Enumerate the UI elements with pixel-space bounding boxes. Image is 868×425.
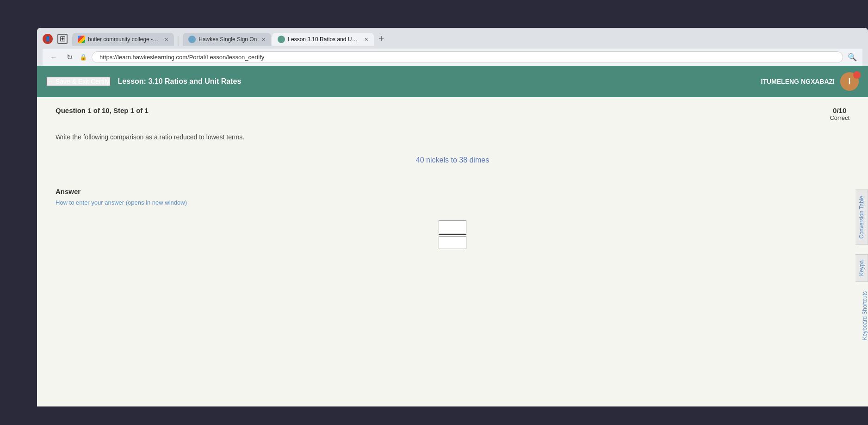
browser-tab-1[interactable]: butler community college - Searc ✕ bbox=[72, 33, 174, 46]
fraction-divider bbox=[439, 234, 466, 235]
save-exit-button[interactable]: ← Save & Exit Certify bbox=[46, 77, 111, 86]
lesson-title: Lesson: 3.10 Ratios and Unit Rates bbox=[118, 77, 242, 86]
answer-section: Answer How to enter your answer (opens i… bbox=[56, 188, 849, 206]
score-fraction: 0/10 bbox=[830, 106, 849, 114]
numerator-input[interactable] bbox=[439, 220, 466, 233]
answer-input-area bbox=[56, 220, 849, 249]
tab-close-2[interactable]: ✕ bbox=[261, 37, 266, 43]
answer-label: Answer bbox=[56, 188, 849, 195]
tab-favicon-1 bbox=[78, 36, 85, 43]
browser-tab-2[interactable]: Hawkes Single Sign On ✕ bbox=[183, 33, 271, 46]
tab-close-1[interactable]: ✕ bbox=[164, 37, 168, 43]
question-progress: Question 1 of 10, Step 1 of 1 bbox=[56, 106, 149, 114]
lesson-header: ← Save & Exit Certify Lesson: 3.10 Ratio… bbox=[37, 66, 868, 97]
user-name: ITUMELENG NGXABAZI bbox=[761, 78, 835, 85]
conversion-table-tab[interactable]: Conversion Table bbox=[856, 190, 868, 245]
tab-label-1: butler community college - Searc bbox=[88, 36, 160, 43]
main-content: Question 1 of 10, Step 1 of 1 0/10 Corre… bbox=[37, 97, 868, 406]
header-left: ← Save & Exit Certify Lesson: 3.10 Ratio… bbox=[46, 77, 241, 86]
fraction-input bbox=[439, 220, 466, 249]
address-bar-row: ← ↻ 🔒 https://learn.hawkeslearning.com/P… bbox=[43, 49, 862, 66]
answer-help-link[interactable]: How to enter your answer (opens in new w… bbox=[56, 199, 187, 206]
window-switch-icon[interactable]: ⊞ bbox=[57, 34, 68, 44]
problem-display: 40 nickels to 38 dimes bbox=[56, 156, 849, 164]
question-meta-row: Question 1 of 10, Step 1 of 1 0/10 Corre… bbox=[56, 106, 849, 121]
tab-favicon-3 bbox=[278, 36, 285, 43]
score-denominator: 10 bbox=[839, 106, 847, 114]
question-instructions: Write the following comparison as a rati… bbox=[56, 132, 849, 142]
browser-top-bar: 👤 ⊞ butler community college - Searc ✕ │… bbox=[43, 31, 862, 46]
denominator-input[interactable] bbox=[439, 236, 466, 249]
keyboard-shortcuts-link[interactable]: Keyboard Shortcuts bbox=[862, 291, 868, 340]
refresh-button[interactable]: ↻ bbox=[64, 53, 75, 62]
tabs-row: butler community college - Searc ✕ │ Haw… bbox=[72, 31, 862, 46]
address-text: https://learn.hawkeslearning.com/Portal/… bbox=[99, 54, 264, 61]
header-right: ITUMELENG NGXABAZI I bbox=[761, 72, 859, 91]
tab-label-3: Lesson 3.10 Ratios and Unit Rates bbox=[288, 36, 360, 43]
browser-tab-3[interactable]: Lesson 3.10 Ratios and Unit Rates ✕ bbox=[272, 33, 374, 46]
tab-label-2: Hawkes Single Sign On bbox=[198, 36, 257, 43]
keyboard-tab[interactable]: Keypa bbox=[856, 254, 868, 282]
profile-icon[interactable]: 👤 bbox=[43, 34, 53, 44]
score-section: 0/10 Correct bbox=[830, 106, 849, 121]
zoom-icon[interactable]: 🔍 bbox=[848, 53, 857, 62]
back-button[interactable]: ← bbox=[48, 53, 59, 62]
notification-dot bbox=[853, 71, 861, 79]
app-content: ← Save & Exit Certify Lesson: 3.10 Ratio… bbox=[37, 66, 868, 406]
score-label: Correct bbox=[830, 114, 849, 121]
lock-icon: 🔒 bbox=[80, 54, 87, 61]
right-sidebar: Conversion Table Keypa Keyboard Shortcut… bbox=[851, 97, 868, 406]
tab-favicon-2 bbox=[188, 36, 196, 43]
browser-chrome: 👤 ⊞ butler community college - Searc ✕ │… bbox=[37, 28, 868, 66]
score-numerator: 0 bbox=[833, 106, 837, 114]
new-tab-button[interactable]: + bbox=[375, 31, 388, 46]
address-bar[interactable]: https://learn.hawkeslearning.com/Portal/… bbox=[92, 51, 843, 63]
tab-close-3[interactable]: ✕ bbox=[364, 37, 368, 43]
